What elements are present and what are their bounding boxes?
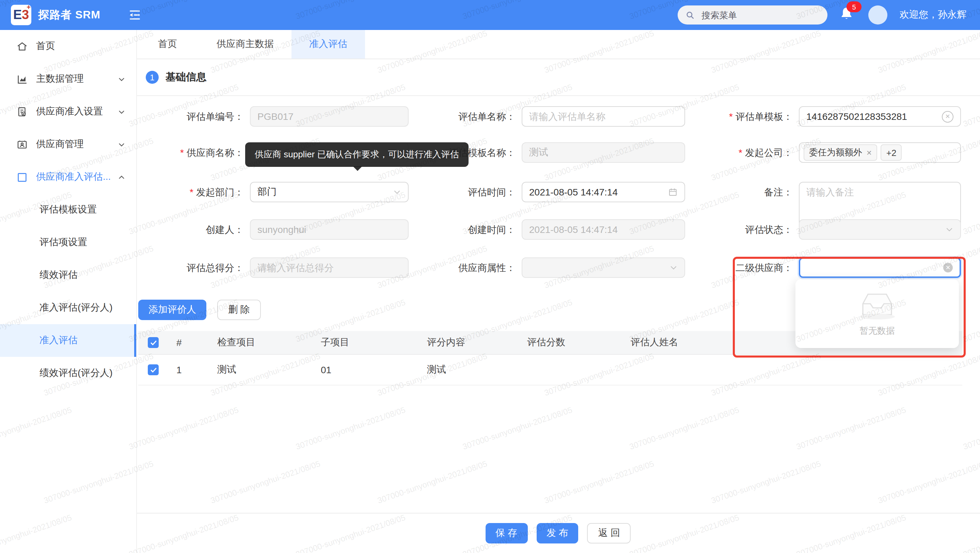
- sidebar-item-label: 供应商管理: [36, 138, 84, 151]
- eval-time-input[interactable]: 2021-08-05 14:47:14: [522, 182, 685, 202]
- sidebar-item-home[interactable]: 首页: [0, 30, 136, 63]
- avatar[interactable]: [868, 5, 888, 24]
- sidebar-subitem-label: 准入评估(评分人): [40, 302, 113, 314]
- eval-template-value: 1416287502128353281: [807, 111, 907, 122]
- sidebar-item-master-data[interactable]: 主数据管理: [0, 63, 136, 95]
- sidebar-item-label: 主数据管理: [36, 73, 84, 85]
- supplier-attr-select: [522, 257, 685, 278]
- back-button[interactable]: 返 回: [587, 523, 631, 543]
- col-header-check-item: 检查项目: [212, 337, 315, 349]
- sidebar-item-supplier-management[interactable]: 供应商管理: [0, 128, 136, 161]
- logo-letter-e: E: [13, 8, 22, 22]
- sidebar-item-label: 首页: [36, 40, 55, 52]
- field-label-dept: *发起部门：: [136, 182, 244, 202]
- cell-check-item: 测试: [212, 364, 315, 376]
- notification-button[interactable]: 5: [840, 6, 856, 24]
- field-label-create-time: 创建时间：: [409, 219, 515, 240]
- chevron-down-icon: [118, 108, 125, 116]
- field-label-eval-no: 评估单编号：: [136, 106, 244, 127]
- section-number-badge: 1: [146, 71, 159, 84]
- field-label-supplier-attr: 供应商属性：: [409, 257, 515, 278]
- col-header-sub-item: 子项目: [315, 337, 422, 349]
- secondary-supplier-dropdown: 暂无数据: [795, 279, 959, 348]
- tab-admission-eval[interactable]: 准入评估: [291, 30, 365, 59]
- field-label-eval-template: *评估单模板：: [667, 106, 793, 127]
- delete-button[interactable]: 删 除: [217, 300, 261, 320]
- user-greeting: 欢迎您，孙永辉: [900, 9, 966, 21]
- sidebar-subitem-admission-eval[interactable]: 准入评估: [0, 324, 136, 357]
- field-label-secondary-supplier: 二级供应商：: [667, 257, 793, 278]
- sidebar-subitem-label: 绩效评估(评分人): [40, 367, 113, 379]
- logo-plus: +: [27, 3, 31, 11]
- tag-close-icon[interactable]: ✕: [866, 149, 872, 156]
- check-icon: [150, 366, 157, 373]
- tab-supplier-master-data[interactable]: 供应商主数据: [199, 30, 291, 59]
- notification-badge: 5: [846, 2, 862, 12]
- app-logo[interactable]: E3+: [11, 5, 31, 25]
- app-title: 探路者 SRM: [38, 8, 100, 22]
- save-button[interactable]: 保 存: [485, 523, 527, 543]
- eval-no-input: [250, 106, 409, 127]
- footer-action-bar: 保 存 发 布 返 回: [136, 513, 980, 553]
- field-label-company: *发起公司：: [667, 142, 793, 163]
- menu-fold-icon: [128, 8, 141, 22]
- dept-select[interactable]: 部门: [250, 182, 409, 202]
- square-icon: [16, 171, 28, 183]
- sidebar-subitem-performance-eval[interactable]: 绩效评估: [0, 259, 136, 291]
- eval-template-input[interactable]: 1416287502128353281 ✕: [799, 106, 961, 127]
- add-evaluator-button[interactable]: 添加评价人: [138, 300, 206, 320]
- sidebar: 首页 主数据管理 供应商准入设置 供应商管理: [0, 30, 137, 553]
- search-icon: [686, 10, 695, 20]
- secondary-supplier-select[interactable]: ✕: [799, 257, 961, 278]
- company-tag: 委任为额额外✕: [803, 145, 878, 161]
- chevron-down-icon: [118, 75, 125, 83]
- chevron-down-icon: [945, 226, 953, 234]
- chart-icon: [16, 73, 28, 85]
- table-row: 1 测试 01 测试: [138, 355, 962, 386]
- search-input[interactable]: [700, 9, 819, 21]
- eval-name-input[interactable]: [522, 106, 685, 127]
- top-header: E3+ 探路者 SRM 5 欢迎您，孙永辉: [0, 0, 980, 30]
- cell-index: 1: [171, 364, 212, 375]
- field-label-eval-name: 评估单名称：: [409, 106, 515, 127]
- publish-button[interactable]: 发 布: [536, 523, 579, 543]
- sidebar-item-label: 供应商准入评估...: [36, 171, 111, 183]
- sidebar-item-supplier-admission-settings[interactable]: 供应商准入设置: [0, 95, 136, 128]
- clear-icon[interactable]: ✕: [942, 111, 953, 122]
- check-icon: [150, 339, 157, 346]
- empty-text: 暂无数据: [859, 324, 895, 337]
- cell-sub-item: 01: [315, 364, 422, 375]
- sidebar-item-label: 供应商准入设置: [36, 106, 103, 118]
- chevron-down-icon: [118, 141, 125, 148]
- app: E3+ 探路者 SRM 5 欢迎您，孙永辉: [0, 0, 980, 553]
- col-header-score: 评估分数: [522, 337, 625, 349]
- tooltip: 供应商 supplier 已确认合作要求，可以进行准入评估: [245, 142, 469, 167]
- sidebar-subitem-admission-eval-scorer[interactable]: 准入评估(评分人): [0, 291, 136, 324]
- menu-collapse-button[interactable]: [128, 8, 141, 22]
- create-time-input: [522, 219, 685, 240]
- tab-home[interactable]: 首页: [140, 30, 195, 59]
- chevron-down-icon: [393, 188, 401, 196]
- eval-status-select: [799, 219, 961, 240]
- sidebar-subitem-performance-eval-scorer[interactable]: 绩效评估(评分人): [0, 357, 136, 389]
- sidebar-item-supplier-admission-evaluation[interactable]: 供应商准入评估...: [0, 161, 136, 194]
- field-label-eval-status: 评估状态：: [667, 219, 793, 240]
- company-select[interactable]: 委任为额额外✕ +2: [799, 142, 961, 163]
- clear-icon[interactable]: ✕: [943, 263, 953, 272]
- row-checkbox[interactable]: [148, 364, 159, 375]
- supplier-card-icon: [16, 138, 28, 150]
- sidebar-subitem-label: 准入评估: [40, 334, 78, 346]
- document-check-icon: [16, 106, 28, 118]
- sidebar-subitem-eval-template-settings[interactable]: 评估模板设置: [0, 194, 136, 226]
- search-box[interactable]: [678, 5, 827, 24]
- field-label-supplier-name: *供应商名称：: [136, 142, 244, 163]
- eval-time-value: 2021-08-05 14:47:14: [529, 187, 618, 197]
- field-label-remark: 备注：: [667, 182, 793, 202]
- template-name-input: [522, 142, 685, 163]
- table-toolbar: 添加评价人 删 除: [138, 300, 261, 320]
- tab-bar: 首页 供应商主数据 准入评估: [136, 30, 980, 59]
- sidebar-subitem-eval-item-settings[interactable]: 评估项设置: [0, 226, 136, 259]
- total-score-input: [250, 257, 409, 278]
- select-all-checkbox[interactable]: [148, 337, 159, 348]
- tooltip-arrow: [353, 166, 362, 171]
